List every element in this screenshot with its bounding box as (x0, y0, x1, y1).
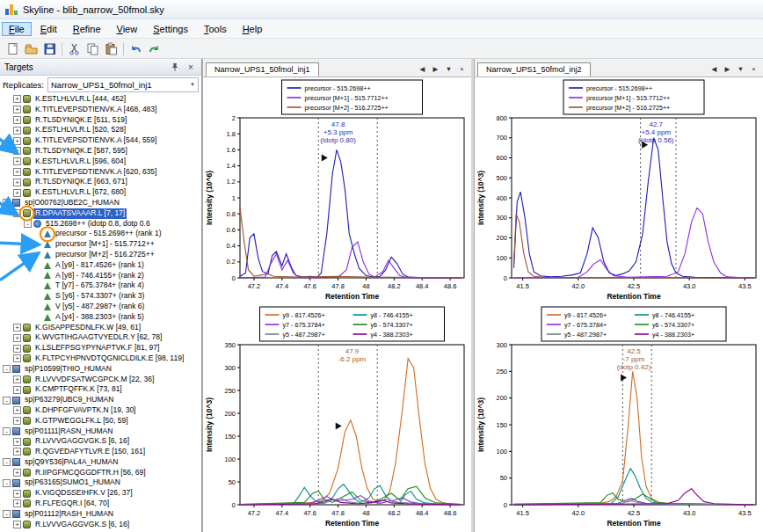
chromatogram-chart-inj2-precursors[interactable]: 41.542.042.543.043.501002003004005006007… (475, 77, 763, 304)
new-document-button[interactable] (4, 40, 22, 57)
expand-toggle[interactable]: + (13, 95, 21, 103)
tree-row-label[interactable]: R.TLSDYNIQK.E [587, 595] (33, 146, 129, 157)
tree-row[interactable]: -sp|O00762|UBE2C_HUMAN (3, 198, 201, 208)
tree-row[interactable]: A [y9] - 817.4526+ (rank 1) (3, 260, 201, 271)
expand-toggle[interactable]: + (13, 521, 21, 528)
tree-row-label[interactable]: K.FLTPCYHPNVDTQGNICLDILK.E [98, 119] (33, 353, 185, 364)
collapse-toggle[interactable]: - (13, 209, 21, 217)
expand-toggle[interactable]: + (13, 334, 21, 342)
cut-button[interactable] (65, 40, 84, 57)
tree-row-label[interactable]: K.LSLEFPSGYPYNAPTVK.F [81, 97] (33, 343, 161, 353)
tree-row-label[interactable]: precursor - 515.2698++ (rank 1) (54, 229, 163, 239)
tree-row-label[interactable]: R.QGVEDAFYTLVR.E [150, 161] (33, 447, 147, 457)
tree-row[interactable]: -sp|P01111|RASN_HUMAN (3, 426, 201, 437)
expand-toggle[interactable]: + (13, 127, 21, 135)
tree-row-label[interactable]: A [y8] - 746.4155+ (rank 2) (54, 271, 146, 281)
tree-row-label[interactable]: precursor [M+2] - 516.2725++ (54, 250, 156, 260)
scroll-right-button[interactable]: ▶ (723, 65, 732, 73)
tree-row[interactable]: +K.TITLEVEPSDTIENVK.A [620, 635] (3, 167, 201, 178)
tree-row[interactable]: +K.CMPTFQFFK.K [73, 81] (3, 384, 201, 395)
tree-row[interactable]: V [y5] - 487.2987+ (rank 6) (3, 302, 201, 312)
tree-row-label[interactable]: sp|P10599|THIO_HUMAN (23, 364, 113, 375)
expand-toggle[interactable]: + (13, 106, 21, 113)
open-file-button[interactable] (22, 40, 40, 57)
close-panel-button[interactable]: × (457, 65, 467, 73)
tree-row[interactable]: +K.LSLEFPSGYPYNAPTVK.F [81, 97] (3, 343, 201, 353)
tree-row-label[interactable]: K.CMPTFQFFK.K [73, 81] (33, 384, 124, 395)
expand-toggle[interactable]: + (13, 189, 21, 197)
targets-panel-header[interactable]: Targets × (0, 59, 201, 76)
tab-menu-button[interactable]: ▼ (736, 65, 745, 73)
collapse-toggle[interactable]: - (3, 397, 11, 404)
tree-row[interactable]: +R.LVVVGAGGVGK.S [6, 16] (3, 520, 201, 530)
chromatogram-chart-inj1-products[interactable]: 47.247.447.647.84848.248.448.60501001502… (203, 304, 471, 531)
tree-row-label[interactable]: T [y7] - 675.3784+ (rank 4) (54, 281, 146, 291)
tree-row-label[interactable]: R.IIPGFMCQGGDFTR.H [56, 69] (33, 468, 148, 478)
scroll-left-button[interactable]: ◀ (709, 65, 719, 73)
tree-row[interactable]: +K.WVGTIHGAAGTVYEDLR.Y [62, 78] (3, 332, 201, 343)
tree-row[interactable]: A [y8] - 746.4155+ (rank 2) (3, 271, 201, 281)
tree-row[interactable]: S [y6] - 574.3307+ (rank 3) (3, 291, 201, 302)
collapse-toggle[interactable]: - (3, 458, 11, 466)
pin-icon[interactable] (169, 61, 181, 73)
tree-row-label[interactable]: A [y9] - 817.4526+ (rank 1) (54, 260, 146, 271)
tree-row-label[interactable]: sp|P01111|RASN_HUMAN (23, 426, 114, 437)
tree-row[interactable]: -sp|P63279|UBC9_HUMAN (3, 395, 201, 405)
tree-row[interactable]: +K.TITLEVEPSDTIENVK.A [544, 559] (3, 135, 201, 146)
expand-toggle[interactable]: + (13, 168, 21, 176)
tree-row[interactable]: +R.TLSDYNIQK.E [587, 595] (3, 146, 201, 157)
expand-toggle[interactable]: + (13, 417, 21, 425)
tree-row-label[interactable]: K.ESTLHLVLR.L [520, 528] (33, 125, 127, 135)
tab-menu-button[interactable]: ▼ (444, 65, 454, 73)
menu-item-edit[interactable]: Edit (33, 22, 64, 36)
scroll-right-button[interactable]: ▶ (431, 65, 440, 73)
tree-row[interactable]: +K.VIGQDSSEIHFK.V [26, 37] (3, 488, 201, 499)
tree-row-label[interactable]: R.LVVVGAGGVGK.S [6, 16] (33, 520, 131, 530)
tree-row-label[interactable]: K.ESTLHLVLR.L [672, 680] (33, 187, 127, 198)
tree-row-label[interactable]: K.DHPFGFVAVPTK.N [19, 30] (33, 405, 137, 416)
tree-row-label[interactable]: sp|O00762|UBE2C_HUMAN (23, 198, 121, 208)
collapse-toggle[interactable]: - (3, 365, 11, 373)
tree-row[interactable]: +K.ESTLHLVLR.L [672, 680] (3, 187, 201, 198)
tree-row[interactable]: +K.ESTLHLVLR.L [596, 604] (3, 157, 201, 167)
chromatogram-chart-inj2-products[interactable]: 41.542.042.543.043.505010015020025030042… (475, 304, 763, 531)
tree-row-label[interactable]: R.FLFEGQR.I [64, 70] (33, 499, 111, 509)
menu-item-settings[interactable]: Settings (146, 22, 195, 36)
tree-row[interactable]: -sp|P01112|RASH_HUMAN (3, 509, 201, 520)
tree-row[interactable]: +R.QGVEDAFYTLVR.E [150, 161] (3, 447, 201, 457)
tree-row[interactable]: +R.LVVVDFSATWCGPCK.M [22, 36] (3, 375, 201, 385)
tree-row[interactable]: -515.2698++ (idotp 0.8, dotp 0.6 (3, 219, 201, 230)
tree-row[interactable]: +R.TLSDYNIQK.E [663, 671] (3, 177, 201, 187)
scroll-left-button[interactable]: ◀ (418, 65, 427, 73)
chromatogram-chart-inj1-precursors[interactable]: 47.247.447.647.84848.248.448.600.20.40.6… (203, 77, 471, 304)
tree-row-label[interactable]: K.TITLEVEPSDTIENVK.A [620, 635] (33, 167, 158, 178)
tree-row[interactable]: -sp|Q9Y536|PAL4A_HUMAN (3, 457, 201, 468)
chart-tab[interactable]: Narrow_UPS1_50fmol_inj1 (206, 62, 319, 77)
tree-row-label[interactable]: R.LVVVDFSATWCGPCK.M [22, 36] (33, 375, 156, 385)
tree-row-label[interactable]: S [y6] - 574.3307+ (rank 3) (54, 291, 146, 302)
tree-row-label[interactable]: sp|Q9Y536|PAL4A_HUMAN (23, 457, 120, 468)
tree-row[interactable]: -sp|P63165|SUMO1_HUMAN (3, 477, 201, 488)
tree-row[interactable]: +K.ESTLHLVLR.L [444, 452] (3, 94, 201, 105)
tree-row-label[interactable]: 515.2698++ (idotp 0.8, dotp 0.6 (44, 219, 152, 230)
expand-toggle[interactable]: + (13, 386, 21, 394)
expand-toggle[interactable]: + (13, 375, 21, 383)
expand-toggle[interactable]: + (13, 147, 21, 155)
tree-row-label[interactable]: R.DPAATSVAAAR.L [7, 17] (33, 208, 127, 219)
tree-row[interactable]: +K.DHPFGFVAVPTK.N [19, 30] (3, 405, 201, 416)
expand-toggle[interactable]: + (13, 490, 21, 498)
collapse-toggle[interactable]: - (24, 220, 32, 228)
tree-row[interactable]: +R.IIPGFMCQGGDFTR.H [56, 69] (3, 468, 201, 478)
paste-button[interactable] (102, 40, 120, 57)
tree-row[interactable]: precursor [M+1] - 515.7712++ (3, 239, 201, 250)
tree-row[interactable]: precursor [M+2] - 516.2725++ (3, 250, 201, 260)
collapse-toggle[interactable]: - (3, 427, 11, 435)
tree-row[interactable]: +R.FLFEGQR.I [64, 70] (3, 499, 201, 509)
tree-row-label[interactable]: R.TLSDYNIQK.E [511, 519] (33, 115, 128, 126)
replicates-combo[interactable]: Narrow_UPS1_50fmol_inj1 ▼ (47, 77, 199, 92)
expand-toggle[interactable]: + (13, 137, 21, 145)
tree-row-label[interactable]: K.ESTLHLVLR.L [444, 452] (33, 94, 127, 105)
undo-button[interactable] (127, 40, 145, 57)
close-icon[interactable]: × (185, 61, 197, 73)
tree-row[interactable]: T [y7] - 675.3784+ (rank 4) (3, 281, 201, 291)
